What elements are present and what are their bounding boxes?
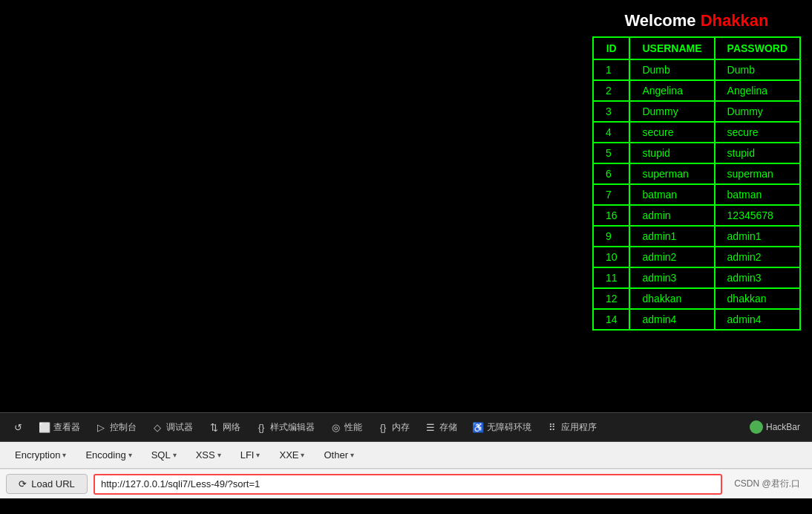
console-icon: ▷ (95, 421, 107, 433)
hackbar-btn[interactable]: HackBar (744, 417, 806, 437)
cell-id: 2 (593, 80, 630, 101)
table-row: 12dhakkandhakkan (593, 288, 800, 309)
menu-xss[interactable]: XSS ▾ (189, 446, 229, 463)
load-url-button[interactable]: ⟳ Load URL (6, 474, 88, 494)
table-row: 16admin12345678 (593, 205, 800, 226)
encoding-arrow: ▾ (128, 451, 132, 459)
refresh-icon: ↺ (12, 421, 24, 433)
data-table: ID USERNAME PASSWORD 1DumbDumb2AngelinaA… (592, 36, 801, 331)
cell-id: 6 (593, 163, 630, 184)
cell-password: Dummy (715, 101, 800, 122)
cell-password: admin2 (715, 247, 800, 267)
table-row: 9admin1admin1 (593, 226, 800, 247)
cell-password: Angelina (715, 80, 800, 101)
cell-password: 12345678 (715, 205, 800, 226)
network-icon: ⇅ (208, 421, 220, 433)
cell-id: 14 (593, 309, 630, 330)
menu-encryption[interactable]: Encryption ▾ (7, 446, 73, 463)
main-content: Welcome Dhakkan ID USERNAME PASSWORD 1Du… (0, 0, 812, 412)
devtools-inspector-btn[interactable]: ⬜ 查看器 (33, 418, 86, 437)
cell-password: secure (715, 122, 800, 143)
console-label: 控制台 (110, 421, 137, 434)
encoding-label: Encoding (85, 449, 125, 461)
encryption-arrow: ▾ (62, 451, 66, 459)
devtools-accessibility-btn[interactable]: ♿ 无障碍环境 (466, 418, 537, 437)
table-row: 2AngelinaAngelina (593, 80, 800, 101)
table-row: 5stupidstupid (593, 143, 800, 163)
app-label: 应用程序 (561, 421, 597, 434)
cell-password: batman (715, 184, 800, 205)
other-arrow: ▾ (350, 451, 354, 459)
cell-id: 1 (593, 59, 630, 80)
devtools-perf-btn[interactable]: ◎ 性能 (324, 418, 368, 437)
cell-username: admin2 (629, 247, 714, 267)
memory-label: 内存 (392, 421, 410, 434)
memory-icon: {} (377, 421, 389, 433)
xxe-label: XXE (279, 449, 298, 461)
cell-password: stupid (715, 143, 800, 163)
cell-password: dhakkan (715, 288, 800, 309)
cell-username: admin4 (629, 309, 714, 330)
hackbar-menu: Encryption ▾ Encoding ▾ SQL ▾ XSS ▾ LFI … (0, 442, 812, 469)
url-bar-row: ⟳ Load URL CSDN @君衍.口 (0, 469, 812, 498)
devtools-console-btn[interactable]: ▷ 控制台 (89, 418, 143, 437)
cell-id: 5 (593, 143, 630, 163)
perf-icon: ◎ (330, 421, 341, 433)
cell-username: stupid (629, 143, 714, 163)
cell-id: 9 (593, 226, 630, 247)
table-row: 1DumbDumb (593, 59, 800, 80)
xss-arrow: ▾ (217, 451, 221, 459)
table-row: 6supermansuperman (593, 163, 800, 184)
sql-label: SQL (151, 449, 171, 461)
cell-username: admin1 (629, 226, 714, 247)
cell-username: Dummy (629, 101, 714, 122)
table-row: 10admin2admin2 (593, 247, 800, 267)
hackbar-icon (750, 420, 763, 434)
devtools-app-btn[interactable]: ⠿ 应用程序 (540, 418, 603, 437)
devtools-storage-btn[interactable]: ☰ 存储 (419, 418, 463, 437)
dhakkan-text: Dhakkan (701, 11, 769, 30)
welcome-header: Welcome Dhakkan (592, 11, 801, 30)
table-row: 11admin3admin3 (593, 267, 800, 288)
cell-username: Dumb (629, 59, 714, 80)
encryption-label: Encryption (15, 449, 60, 461)
menu-encoding[interactable]: Encoding ▾ (78, 446, 139, 463)
devtools-memory-btn[interactable]: {} 内存 (371, 418, 416, 437)
devtools-toolbar: ↺ ⬜ 查看器 ▷ 控制台 ◇ 调试器 ⇅ 网络 {} 样式编辑器 ◎ 性能 {… (0, 412, 812, 442)
cell-id: 3 (593, 101, 630, 122)
style-icon: {} (255, 421, 267, 433)
debugger-label: 调试器 (166, 421, 193, 434)
accessibility-icon: ♿ (472, 421, 484, 433)
sql-arrow: ▾ (173, 451, 177, 459)
load-url-label: Load URL (31, 478, 75, 489)
menu-other[interactable]: Other ▾ (316, 446, 361, 463)
inspector-icon: ⬜ (39, 421, 50, 433)
style-label: 样式编辑器 (270, 421, 315, 434)
menu-lfi[interactable]: LFI ▾ (233, 446, 268, 463)
table-row: 7batmanbatman (593, 184, 800, 205)
xxe-arrow: ▾ (301, 451, 304, 459)
cell-username: superman (629, 163, 714, 184)
cell-username: admin3 (629, 267, 714, 288)
csdn-badge: CSDN @君衍.口 (728, 478, 806, 490)
cell-id: 7 (593, 184, 630, 205)
perf-label: 性能 (344, 421, 362, 434)
devtools-debugger-btn[interactable]: ◇ 调试器 (145, 418, 199, 437)
table-container: Welcome Dhakkan ID USERNAME PASSWORD 1Du… (592, 11, 801, 331)
devtools-style-btn[interactable]: {} 样式编辑器 (249, 418, 321, 437)
url-input[interactable] (94, 474, 722, 495)
col-id: ID (593, 37, 630, 59)
cell-id: 16 (593, 205, 630, 226)
table-row: 3DummyDummy (593, 101, 800, 122)
devtools-network-btn[interactable]: ⇅ 网络 (202, 418, 246, 437)
cell-password: admin4 (715, 309, 800, 330)
cell-password: superman (715, 163, 800, 184)
menu-sql[interactable]: SQL ▾ (144, 446, 184, 463)
cell-id: 12 (593, 288, 630, 309)
other-label: Other (324, 449, 348, 461)
devtools-refresh-btn[interactable]: ↺ (6, 418, 30, 436)
storage-icon: ☰ (425, 421, 436, 433)
cell-password: admin3 (715, 267, 800, 288)
cell-id: 10 (593, 247, 630, 267)
menu-xxe[interactable]: XXE ▾ (272, 446, 312, 463)
